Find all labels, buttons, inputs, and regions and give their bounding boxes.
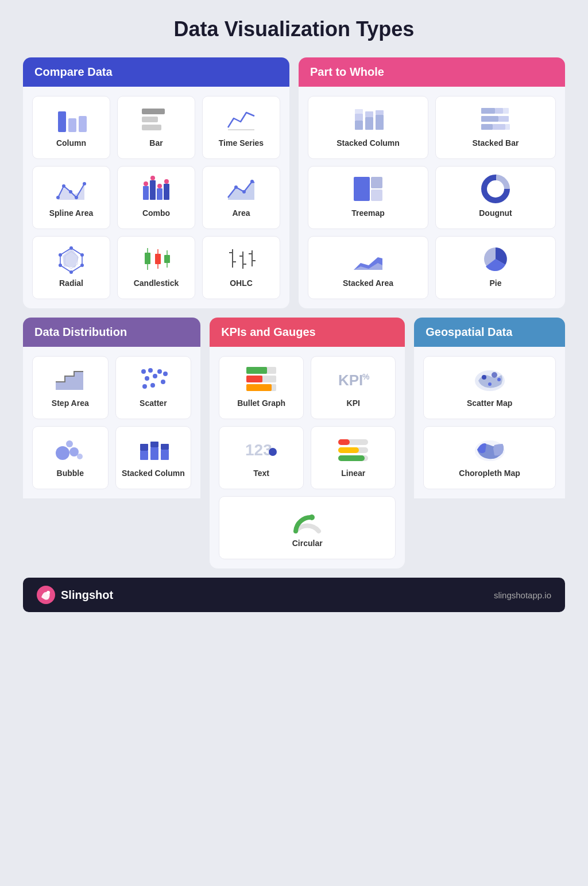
svg-point-20 xyxy=(234,185,238,189)
chart-label-stacked-column: Stacked Column xyxy=(336,138,400,148)
chart-card-choropleth-map[interactable]: Choropleth Map xyxy=(423,426,556,489)
chart-card-stacked-column[interactable]: Stacked Column xyxy=(308,96,428,159)
stacked-column-dist-icon xyxy=(136,435,171,463)
svg-point-27 xyxy=(80,253,84,257)
chart-card-treemap[interactable]: Treemap xyxy=(308,166,428,229)
svg-rect-103 xyxy=(338,455,365,461)
svg-point-79 xyxy=(69,447,79,456)
svg-point-19 xyxy=(164,179,169,184)
chart-label-spline-area: Spline Area xyxy=(49,208,94,218)
section-dist-header: Data Distribution xyxy=(23,318,200,347)
chart-card-step-area[interactable]: Step Area xyxy=(32,356,109,419)
svg-point-106 xyxy=(482,375,486,380)
svg-point-78 xyxy=(56,446,69,460)
chart-label-scatter: Scatter xyxy=(140,398,167,408)
chart-card-spline-area[interactable]: Spline Area xyxy=(32,166,110,229)
chart-card-scatter-map[interactable]: Scatter Map xyxy=(423,356,556,419)
chart-label-bar: Bar xyxy=(149,138,163,148)
chart-label-stacked-area: Stacked Area xyxy=(343,278,393,288)
svg-point-72 xyxy=(153,374,157,378)
chart-label-scatter-map: Scatter Map xyxy=(467,398,512,408)
chart-card-candlestick[interactable]: Candlestick xyxy=(117,236,195,299)
svg-rect-53 xyxy=(376,110,384,115)
chart-label-doughnut: Dougnut xyxy=(479,208,512,218)
section-geo: Geospatial Data xyxy=(414,318,565,568)
section-ptw-header: Part to Whole xyxy=(299,57,565,87)
page-title: Data Visualization Types xyxy=(23,17,565,41)
footer-brand: Slingshot xyxy=(37,586,113,604)
chart-card-stacked-bar[interactable]: Stacked Bar xyxy=(435,96,556,159)
svg-point-31 xyxy=(59,253,62,257)
svg-rect-85 xyxy=(150,442,158,447)
chart-card-bar[interactable]: Bar xyxy=(117,96,195,159)
svg-rect-48 xyxy=(355,114,363,121)
chart-card-stacked-area[interactable]: Stacked Area xyxy=(308,236,428,299)
svg-point-80 xyxy=(66,440,73,447)
svg-rect-33 xyxy=(145,253,150,264)
step-area-icon xyxy=(53,365,87,393)
svg-point-28 xyxy=(80,264,84,267)
chart-card-ohlc[interactable]: OHLC xyxy=(202,236,280,299)
chart-label-treemap: Treemap xyxy=(351,208,385,218)
chart-card-stacked-column-dist[interactable]: Stacked Column xyxy=(115,426,192,489)
bullet-graph-icon xyxy=(244,365,278,393)
svg-point-26 xyxy=(69,246,73,250)
chart-card-combo[interactable]: Combo xyxy=(117,166,195,229)
chart-card-linear[interactable]: Linear xyxy=(311,426,396,489)
chart-label-linear: Linear xyxy=(341,468,365,478)
circular-icon xyxy=(290,505,324,533)
svg-point-67 xyxy=(489,183,502,195)
svg-rect-51 xyxy=(365,111,373,117)
chart-card-bullet-graph[interactable]: Bullet Graph xyxy=(219,356,304,419)
chart-card-doughnut[interactable]: Dougnut xyxy=(435,166,556,229)
ohlc-icon xyxy=(224,245,258,273)
section-compare: Compare Data Column xyxy=(23,57,289,308)
svg-rect-57 xyxy=(481,116,498,122)
svg-rect-55 xyxy=(495,108,503,114)
svg-rect-91 xyxy=(246,376,262,382)
svg-rect-60 xyxy=(493,124,505,130)
svg-point-69 xyxy=(141,369,146,374)
chart-card-area[interactable]: Area xyxy=(202,166,280,229)
section-geo-header: Geospatial Data xyxy=(414,318,565,347)
chart-label-step-area: Step Area xyxy=(52,398,89,408)
chart-card-circular[interactable]: Circular xyxy=(219,496,396,559)
svg-point-81 xyxy=(77,454,83,459)
svg-rect-64 xyxy=(371,189,382,201)
chart-card-pie[interactable]: Pie xyxy=(435,236,556,299)
svg-rect-84 xyxy=(150,447,158,460)
svg-text:KPI: KPI xyxy=(338,372,363,389)
chart-card-kpi[interactable]: KPI % KPI xyxy=(311,356,396,419)
bubble-icon xyxy=(53,435,87,463)
svg-rect-86 xyxy=(161,450,169,460)
svg-point-70 xyxy=(148,368,153,373)
svg-rect-58 xyxy=(498,116,509,122)
svg-text:%: % xyxy=(362,372,370,381)
svg-rect-15 xyxy=(164,184,169,200)
chart-card-radial[interactable]: Radial xyxy=(32,236,110,299)
chart-card-time-series[interactable]: Time Series xyxy=(202,96,280,159)
svg-point-21 xyxy=(242,190,246,194)
chart-label-column: Column xyxy=(56,138,86,148)
treemap-icon xyxy=(351,175,385,203)
chart-label-stacked-bar: Stacked Bar xyxy=(473,138,519,148)
svg-point-9 xyxy=(69,190,72,194)
svg-rect-37 xyxy=(164,255,170,263)
chart-label-text-kpi: Text xyxy=(253,468,269,478)
svg-rect-47 xyxy=(355,121,363,130)
chart-card-column[interactable]: Column xyxy=(32,96,110,159)
chart-label-combo: Combo xyxy=(142,208,170,218)
combo-icon xyxy=(139,175,173,203)
svg-rect-93 xyxy=(246,384,272,391)
chart-card-text[interactable]: 123 Text xyxy=(219,426,304,489)
chart-label-pie: Pie xyxy=(489,278,501,288)
chart-card-bubble[interactable]: Bubble xyxy=(32,426,109,489)
stacked-bar-icon xyxy=(478,105,513,133)
chart-label-area: Area xyxy=(232,208,250,218)
candlestick-icon xyxy=(139,245,173,273)
choropleth-map-icon xyxy=(473,435,507,463)
svg-point-74 xyxy=(161,380,165,384)
svg-rect-3 xyxy=(142,109,165,114)
chart-card-scatter[interactable]: Scatter xyxy=(115,356,192,419)
section-part-to-whole: Part to Whole xyxy=(299,57,565,308)
